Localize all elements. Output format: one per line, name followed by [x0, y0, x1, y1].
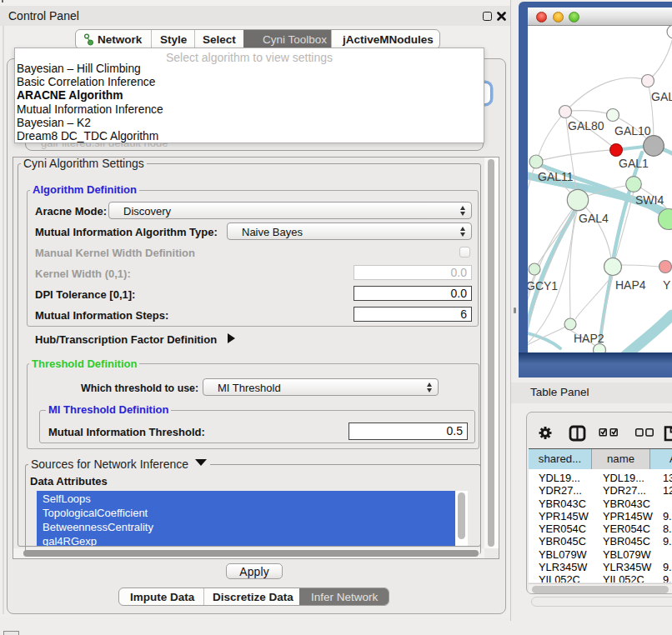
svg-text:GAL11: GAL11 [538, 170, 574, 183]
svg-text:GAL4: GAL4 [579, 212, 609, 225]
svg-text:HAP4: HAP4 [615, 278, 646, 292]
svg-text:GAL1: GAL1 [619, 157, 649, 170]
svg-text:GAL10: GAL10 [614, 124, 651, 138]
svg-text:Y: Y [663, 278, 671, 292]
svg-text:GAL2: GAL2 [651, 90, 672, 103]
svg-text:HAP2: HAP2 [574, 332, 604, 345]
svg-text:SWI4: SWI4 [635, 193, 664, 207]
svg-text:GAL80: GAL80 [568, 119, 604, 132]
svg-text:GCY1: GCY1 [528, 279, 558, 292]
